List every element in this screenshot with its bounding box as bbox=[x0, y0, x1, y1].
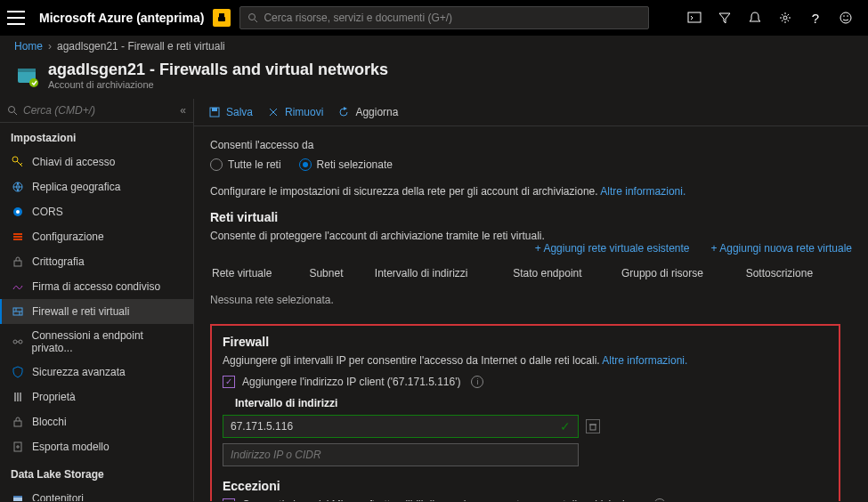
sidebar-search-input[interactable] bbox=[23, 104, 174, 117]
svg-line-3 bbox=[255, 20, 257, 22]
svg-rect-0 bbox=[219, 13, 224, 17]
vnet-sub: Consente di proteggere l'account di arch… bbox=[210, 230, 545, 242]
svg-rect-4 bbox=[688, 12, 701, 22]
svg-point-8 bbox=[847, 15, 848, 17]
config-icon bbox=[11, 230, 25, 244]
firewall-icon bbox=[11, 304, 25, 319]
lock-icon bbox=[11, 255, 25, 269]
col-rg: Gruppo di risorse bbox=[621, 262, 744, 285]
checkbox-trusted-services[interactable] bbox=[223, 498, 235, 501]
col-sub: Sottoscrizione bbox=[746, 262, 850, 285]
vnet-heading: Reti virtuali bbox=[210, 210, 852, 224]
learn-more-link[interactable]: Altre informazioni. bbox=[602, 354, 687, 367]
vnet-empty: Nessuna rete selezionata. bbox=[210, 287, 852, 319]
sidebar-item-geo-replication[interactable]: Replica geografica bbox=[0, 174, 193, 199]
sidebar-item-label: Firma di accesso condiviso bbox=[32, 280, 160, 293]
access-description: Configurare le impostazioni di sicurezza… bbox=[210, 185, 852, 198]
breadcrumb-home[interactable]: Home bbox=[14, 40, 43, 53]
svg-rect-30 bbox=[17, 393, 19, 401]
ip-range-label: Intervallo di indirizzi bbox=[223, 397, 828, 409]
sidebar-item-locks[interactable]: Blocchi bbox=[0, 409, 193, 434]
key-icon bbox=[11, 155, 25, 169]
sidebar-item-label: Chiavi di accesso bbox=[32, 156, 115, 168]
learn-more-link[interactable]: Altre informazioni. bbox=[600, 185, 685, 198]
collapse-icon[interactable]: « bbox=[180, 104, 186, 117]
svg-rect-35 bbox=[13, 496, 22, 498]
global-search-input[interactable]: Cerca risorse, servizi e documenti (G+/) bbox=[239, 6, 649, 29]
discard-button[interactable]: Rimuovi bbox=[267, 106, 323, 118]
svg-point-17 bbox=[16, 210, 20, 214]
sidebar-item-label: CORS bbox=[32, 206, 63, 218]
svg-line-13 bbox=[14, 112, 17, 115]
svg-rect-1 bbox=[218, 17, 225, 21]
save-button[interactable]: Salva bbox=[208, 106, 253, 118]
ip-placeholder-field[interactable] bbox=[231, 449, 571, 461]
svg-rect-32 bbox=[14, 421, 21, 426]
breadcrumb-current: agadlsgen21 - Firewall e reti virtuali bbox=[57, 40, 225, 53]
page-subtitle: Account di archiviazione bbox=[48, 79, 388, 90]
checkbox-label: Consenti ai servizi Microsoft attendibil… bbox=[242, 498, 643, 501]
shield-icon bbox=[11, 365, 25, 379]
page-title: agadlsgen21 - Firewalls and virtual netw… bbox=[48, 61, 388, 79]
toolbar-label: Salva bbox=[226, 106, 253, 118]
svg-point-26 bbox=[13, 340, 17, 344]
sidebar-item-private-endpoint[interactable]: Connessioni a endpoint privato... bbox=[0, 324, 193, 360]
cloud-shell-icon[interactable] bbox=[686, 10, 702, 26]
info-icon[interactable]: i bbox=[653, 498, 666, 501]
sidebar-item-label: Crittografia bbox=[32, 255, 85, 268]
radio-label: Tutte le reti bbox=[228, 158, 281, 171]
chevron-right-icon: › bbox=[48, 40, 52, 53]
sidebar-item-cors[interactable]: CORS bbox=[0, 199, 193, 224]
delete-ip-button[interactable] bbox=[586, 419, 600, 433]
properties-icon bbox=[11, 390, 25, 404]
search-icon bbox=[247, 12, 258, 23]
svg-rect-20 bbox=[13, 239, 22, 240]
sidebar-item-label: Sicurezza avanzata bbox=[32, 366, 126, 378]
info-icon[interactable]: i bbox=[471, 376, 483, 388]
feedback-icon[interactable] bbox=[838, 10, 854, 26]
firewall-section: Firewall Aggiungere gli intervalli IP pe… bbox=[210, 324, 840, 501]
toolbar-label: Rimuovi bbox=[285, 106, 323, 118]
save-icon bbox=[208, 106, 221, 118]
add-new-vnet-link[interactable]: + Aggiungi nuova rete virtuale bbox=[711, 242, 852, 255]
col-endpoint: Stato endpoint bbox=[513, 262, 620, 285]
svg-point-27 bbox=[19, 340, 22, 344]
sidebar-item-export-template[interactable]: Esporta modello bbox=[0, 434, 193, 459]
radio-selected-networks[interactable]: Reti selezionate bbox=[299, 158, 393, 171]
sidebar-item-encryption[interactable]: Crittografia bbox=[0, 249, 193, 274]
radio-icon bbox=[210, 158, 223, 171]
checkbox-add-client-ip[interactable] bbox=[223, 376, 235, 388]
svg-rect-18 bbox=[13, 233, 22, 235]
search-placeholder: Cerca risorse, servizi e documenti (G+/) bbox=[264, 12, 452, 24]
radio-all-networks[interactable]: Tutte le reti bbox=[210, 158, 281, 171]
sidebar-item-sas[interactable]: Firma di accesso condiviso bbox=[0, 274, 193, 299]
sidebar-item-access-keys[interactable]: Chiavi di accesso bbox=[0, 150, 193, 174]
access-label: Consenti l'accesso da bbox=[210, 139, 852, 151]
sidebar-item-configuration[interactable]: Configurazione bbox=[0, 224, 193, 249]
sidebar-item-containers[interactable]: Contenitori bbox=[0, 486, 193, 501]
trash-icon bbox=[588, 422, 597, 431]
svg-rect-37 bbox=[212, 108, 217, 111]
filter-icon[interactable] bbox=[717, 10, 733, 26]
vnet-table: Rete virtuale Subnet Intervallo di indir… bbox=[210, 260, 852, 287]
add-existing-vnet-link[interactable]: + Aggiungi rete virtuale esistente bbox=[535, 242, 690, 255]
refresh-button[interactable]: Aggiorna bbox=[337, 106, 398, 118]
help-icon[interactable]: ? bbox=[807, 10, 823, 26]
ip-value-field[interactable] bbox=[231, 420, 560, 433]
sidebar-item-properties[interactable]: Proprietà bbox=[0, 385, 193, 409]
preview-icon[interactable] bbox=[213, 9, 231, 27]
sidebar-item-label: Proprietà bbox=[32, 391, 76, 403]
globe-icon bbox=[11, 180, 25, 194]
sidebar-item-firewall[interactable]: Firewall e reti virtuali bbox=[0, 299, 193, 324]
svg-rect-31 bbox=[20, 393, 21, 401]
lock-icon bbox=[11, 415, 25, 429]
notifications-icon[interactable] bbox=[747, 10, 763, 26]
menu-icon[interactable] bbox=[7, 9, 25, 27]
sidebar-item-advanced-security[interactable]: Sicurezza avanzata bbox=[0, 360, 193, 385]
ip-input-filled[interactable]: ✓ bbox=[223, 415, 579, 438]
svg-rect-38 bbox=[590, 425, 596, 430]
settings-icon[interactable] bbox=[777, 10, 793, 26]
sidebar-item-label: Esporta modello bbox=[32, 441, 110, 453]
ip-input-empty[interactable] bbox=[223, 443, 579, 466]
breadcrumb: Home › agadlsgen21 - Firewall e reti vir… bbox=[0, 36, 868, 57]
